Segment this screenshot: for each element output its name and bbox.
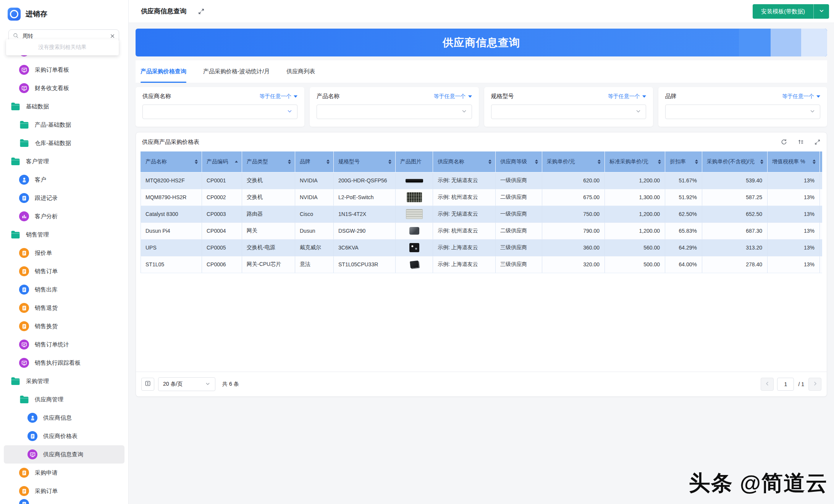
sidebar-item-21[interactable]: 供应商价格表 bbox=[4, 427, 124, 445]
filter-operator-link[interactable]: 等于任意一个 bbox=[259, 93, 297, 100]
filter-select[interactable] bbox=[491, 105, 646, 119]
sidebar-item-12[interactable]: 销售订单 bbox=[4, 262, 124, 280]
filter-operator-text: 等于任意一个 bbox=[434, 93, 466, 100]
sort-arrows-icon bbox=[598, 159, 601, 164]
cell-sliver bbox=[820, 256, 823, 273]
sidebar-item-6[interactable]: 客户管理 bbox=[4, 152, 124, 171]
tab-2[interactable]: 供应商列表 bbox=[286, 60, 315, 83]
cell-4-2: 交换机-电源 bbox=[242, 239, 295, 256]
sidebar-item-13[interactable]: 销售出库 bbox=[4, 280, 124, 299]
page-size-select[interactable]: 20 条/页 bbox=[158, 377, 215, 391]
total-count: 共 6 条 bbox=[222, 381, 239, 388]
column-header-11[interactable]: 采购单价(不含税)/元 bbox=[702, 151, 768, 172]
filter-operator-link[interactable]: 等于任意一个 bbox=[434, 93, 472, 100]
column-label: 增值税税率 % bbox=[772, 158, 805, 165]
column-header-9[interactable]: 标准采购单价/元 bbox=[605, 151, 665, 172]
product-image bbox=[406, 179, 423, 182]
table-row[interactable]: Catalyst 8300CP0003路由器Cisco1N1S-4T2X示例: … bbox=[141, 206, 823, 222]
sidebar-item-5[interactable]: 仓库-基础数据 bbox=[4, 134, 124, 152]
sidebar-item-18[interactable]: 采购管理 bbox=[4, 372, 124, 390]
cell-5-4: ST1L05CPU33R bbox=[334, 256, 396, 273]
search-input[interactable] bbox=[22, 33, 110, 40]
refresh-icon[interactable] bbox=[781, 138, 787, 145]
app-logo-icon bbox=[8, 8, 21, 21]
sidebar-item-9[interactable]: 客户分析 bbox=[4, 207, 124, 225]
column-header-10[interactable]: 折扣率 bbox=[665, 151, 702, 172]
filter-card-3: 品牌等于任意一个 bbox=[658, 87, 827, 127]
install-template-label[interactable]: 安装模板(带数据) bbox=[753, 4, 813, 19]
column-header-6[interactable]: 供应商名称 bbox=[433, 151, 496, 172]
column-label: 供应商等级 bbox=[500, 158, 527, 165]
sidebar-item-2[interactable]: 财务收支看板 bbox=[4, 79, 124, 97]
sidebar-item-20[interactable]: 供应商信息 bbox=[4, 409, 124, 427]
column-header-0[interactable]: 产品名称 bbox=[141, 151, 202, 172]
column-header-8[interactable]: 采购单价/元 bbox=[542, 151, 605, 172]
table-fullscreen-icon[interactable] bbox=[814, 139, 821, 145]
sidebar-item-label: 供应商价格表 bbox=[43, 433, 78, 440]
cell-0-6: 示例: 无锡道友云 bbox=[433, 172, 496, 189]
cell-5-5 bbox=[396, 256, 433, 273]
column-label: 产品类型 bbox=[247, 158, 268, 165]
sidebar-item-label: 产品-基础数据 bbox=[35, 121, 71, 129]
filter-select[interactable] bbox=[142, 105, 297, 119]
column-header-2[interactable]: 产品类型 bbox=[242, 151, 295, 172]
sidebar-item-label: 客户管理 bbox=[26, 158, 49, 165]
next-page-button[interactable] bbox=[808, 378, 821, 391]
column-header-7[interactable]: 供应商等级 bbox=[496, 151, 542, 172]
tab-1[interactable]: 产品采购价格-波动统计/月 bbox=[203, 60, 270, 83]
sidebar-item-17[interactable]: 销售执行跟踪看板 bbox=[4, 354, 124, 372]
folder-icon bbox=[10, 156, 20, 166]
sidebar-item-23[interactable]: 采购申请 bbox=[4, 464, 124, 482]
table-row[interactable]: MTQ8200-HS2FCP0001交换机NVIDIA200G-HDR-QSFP… bbox=[141, 172, 823, 189]
table-row[interactable]: Dusun Pi4CP0004网关DusunDSGW-290示例: 杭州道友云二… bbox=[141, 222, 823, 239]
sidebar-item-7[interactable]: 客户 bbox=[4, 171, 124, 189]
sidebar-item-16[interactable]: 销售订单统计 bbox=[4, 335, 124, 354]
search-icon bbox=[13, 32, 19, 40]
table-row[interactable]: ST1L05CP0006网关-CPU芯片意法ST1L05CPU33R示例: 上海… bbox=[141, 256, 823, 273]
cell-3-3: Dusun bbox=[295, 222, 334, 239]
row-height-button[interactable] bbox=[141, 378, 154, 391]
sidebar-item-22[interactable]: 供应商信息查询 bbox=[4, 445, 124, 464]
column-header-4[interactable]: 规格型号 bbox=[334, 151, 396, 172]
filter-select[interactable] bbox=[665, 105, 820, 119]
sidebar-item-15[interactable]: 销售换货 bbox=[4, 317, 124, 335]
sidebar-item-4[interactable]: 产品-基础数据 bbox=[4, 116, 124, 134]
column-header-12[interactable]: 增值税税率 % bbox=[768, 151, 820, 172]
filter-operator-link[interactable]: 等于任意一个 bbox=[608, 93, 646, 100]
sidebar-item-8[interactable]: 跟进记录 bbox=[4, 189, 124, 207]
cell-2-7: 一级供应商 bbox=[496, 206, 542, 222]
cell-1-9: 1,300.00 bbox=[605, 189, 665, 206]
sort-list-icon[interactable] bbox=[797, 138, 804, 145]
table-row[interactable]: UPSCP0005交换机-电源戴克威尔3C6KVA示例: 上海道友云三级供应商3… bbox=[141, 239, 823, 256]
cell-3-2: 网关 bbox=[242, 222, 295, 239]
app-name: 进销存 bbox=[26, 9, 47, 19]
column-header-5[interactable]: 产品图片 bbox=[396, 151, 433, 172]
cell-0-12: 13% bbox=[768, 172, 820, 189]
clear-search-icon[interactable] bbox=[110, 34, 115, 39]
install-template-button[interactable]: 安装模板(带数据) bbox=[753, 4, 829, 19]
cell-2-6: 示例: 无锡道友云 bbox=[433, 206, 496, 222]
table-row[interactable]: MQM8790-HS2RCP0002交换机NVIDIAL2-PoE-Switch… bbox=[141, 189, 823, 206]
column-header-3[interactable]: 品牌 bbox=[295, 151, 334, 172]
sort-arrows-icon bbox=[760, 159, 763, 164]
sidebar-item-14[interactable]: 销售退货 bbox=[4, 299, 124, 317]
install-template-caret[interactable] bbox=[813, 4, 829, 19]
app-header: 进销存 bbox=[0, 0, 128, 23]
sidebar-item-label: 跟进记录 bbox=[35, 195, 58, 202]
filter-select[interactable] bbox=[317, 105, 472, 119]
sort-arrows-icon bbox=[288, 159, 291, 164]
sidebar-item-1[interactable]: 采购订单看板 bbox=[4, 61, 124, 79]
current-page-input[interactable]: 1 bbox=[777, 378, 794, 391]
prev-page-button[interactable] bbox=[761, 378, 774, 391]
cell-3-12: 13% bbox=[768, 222, 820, 239]
sidebar-item-25[interactable] bbox=[4, 495, 124, 504]
sidebar-item-19[interactable]: 供应商管理 bbox=[4, 390, 124, 409]
sidebar-item-3[interactable]: 基础数据 bbox=[4, 97, 124, 116]
sidebar-item-11[interactable]: 报价单 bbox=[4, 244, 124, 262]
page-fullscreen-icon[interactable] bbox=[198, 8, 205, 15]
tab-0[interactable]: 产品采购价格查询 bbox=[141, 60, 186, 83]
column-header-1[interactable]: 产品编码 bbox=[202, 151, 242, 172]
filter-operator-link[interactable]: 等于任意一个 bbox=[782, 93, 820, 100]
sidebar-item-10[interactable]: 销售管理 bbox=[4, 225, 124, 244]
cell-2-3: Cisco bbox=[295, 206, 334, 222]
